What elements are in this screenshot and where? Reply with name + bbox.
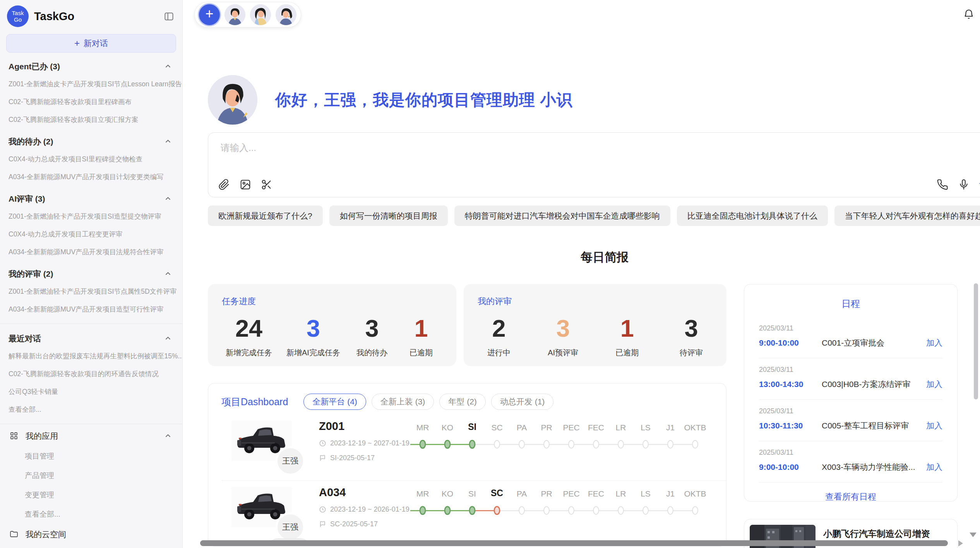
project-code[interactable]: Z001 (319, 420, 408, 433)
recent-chat-item[interactable]: 公司Q3轻卡销量 (0, 383, 182, 401)
milestone-dot[interactable] (667, 440, 673, 449)
recent-chat-item[interactable]: 解释最新出台的欧盟报废车法规再生塑料比例被调至15%... (0, 347, 182, 365)
image-icon[interactable] (240, 179, 252, 191)
stat-label: 进行中 (487, 348, 511, 358)
chevron-up-icon[interactable] (164, 62, 173, 71)
microphone-icon[interactable] (958, 179, 970, 191)
sidebar-task-item[interactable]: A034-全新新能源MUV产品开发项目造型可行性评审 (0, 300, 182, 318)
new-chat-button[interactable]: + 新对话 (6, 34, 176, 53)
attachment-icon[interactable] (218, 179, 230, 191)
project-dashboard-card: 项目Dashboard 全新平台 (4)全新上装 (3)年型 (2)动总开发 (… (208, 383, 726, 546)
sidebar-section-header[interactable]: 最近对话 (0, 325, 182, 347)
chevron-up-icon[interactable] (164, 432, 173, 441)
sidebar-task-item[interactable]: A034-全新新能源MUV产品开发项目法规符合性评审 (0, 243, 182, 261)
join-meeting-link[interactable]: 加入 (926, 420, 942, 431)
add-assistant-button[interactable]: + (199, 4, 220, 25)
dashboard-tab[interactable]: 全新上装 (3) (372, 394, 434, 410)
my-apps-subitem[interactable]: 查看全部... (0, 505, 182, 524)
dashboard-tab[interactable]: 年型 (2) (439, 394, 486, 410)
sidebar-item-my-apps[interactable]: 我的应用 (0, 426, 182, 447)
milestone-dot[interactable] (420, 440, 426, 449)
sidebar-task-item[interactable]: A034-全新新能源MUV产品开发项目计划变更类编写 (0, 168, 182, 186)
sidebar-task-item[interactable]: C0X4-动力总成开发项目工程变更评审 (0, 225, 182, 243)
join-meeting-link[interactable]: 加入 (926, 337, 942, 348)
milestone-dot[interactable] (519, 506, 525, 515)
milestone: LR (608, 420, 633, 453)
project-code[interactable]: A034 (319, 486, 408, 499)
suggestion-chip[interactable]: 特朗普可能对进口汽车增税会对中国车企造成哪些影响 (454, 206, 670, 226)
my-apps-subitem[interactable]: 产品管理 (0, 466, 182, 485)
milestone-dot[interactable] (692, 440, 698, 449)
my-apps-subitem[interactable]: 项目管理 (0, 447, 182, 466)
sidebar-task-item[interactable]: C02-飞腾新能源轻客改款项目里程碑画布 (0, 93, 182, 111)
chevron-up-icon[interactable] (164, 137, 173, 146)
milestone-dot[interactable] (618, 506, 624, 515)
sidebar-task-sections: Agent已办 (3)Z001-全新燃油皮卡产品开发项目SI节点Lesson L… (0, 53, 182, 318)
suggestion-chip[interactable]: 当下年轻人对汽车外观有怎样的喜好趋势 (834, 206, 980, 226)
scroll-down-arrow[interactable] (970, 533, 977, 537)
notification-bell-icon[interactable] (963, 9, 975, 21)
sidebar-task-item[interactable]: C02-飞腾新能源轻客改款项目立项汇报方案 (0, 111, 182, 128)
suggestion-chip[interactable]: 欧洲新规最近颁布了什么? (208, 206, 323, 226)
join-meeting-link[interactable]: 加入 (926, 462, 942, 473)
sidebar-section-header[interactable]: AI评审 (3) (0, 186, 182, 207)
view-all-schedule-link[interactable]: 查看所有日程 (759, 491, 942, 503)
scissors-icon[interactable] (261, 179, 273, 191)
sidebar-task-item[interactable]: Z001-全新燃油轻卡产品开发项目SI造型提交物评审 (0, 207, 182, 225)
scroll-right-arrow[interactable] (958, 540, 963, 546)
project-owner-avatar: 王强 (276, 512, 305, 542)
sidebar-task-item[interactable]: Z001-全新燃油皮卡产品开发项目SI节点Lesson Learn报告 (0, 75, 182, 93)
assistant-avatar-3[interactable] (276, 4, 296, 25)
chevron-up-icon[interactable] (164, 269, 173, 279)
vertical-scrollbar-thumb[interactable] (974, 283, 978, 399)
suggestion-chip[interactable]: 如何写一份清晰的项目周报 (329, 206, 448, 226)
assistant-avatar-1[interactable] (224, 4, 245, 25)
dashboard-tab[interactable]: 全新平台 (4) (303, 394, 366, 410)
milestone-dot[interactable] (469, 440, 476, 449)
horizontal-scrollbar-thumb[interactable] (200, 540, 948, 546)
chevron-up-icon[interactable] (164, 334, 173, 343)
milestone-dot[interactable] (543, 506, 550, 515)
collapse-sidebar-icon[interactable] (163, 10, 175, 22)
milestone-dot[interactable] (692, 506, 698, 515)
join-meeting-link[interactable]: 加入 (926, 379, 942, 390)
sidebar-section-header[interactable]: Agent已办 (3) (0, 53, 182, 75)
milestone-dot[interactable] (469, 506, 476, 515)
sidebar-item-cloud-space[interactable]: 我的云空间 (0, 524, 182, 545)
phone-icon[interactable] (937, 179, 949, 191)
milestone-dot[interactable] (444, 506, 451, 515)
milestone-dot[interactable] (667, 506, 673, 515)
milestone-dot[interactable] (543, 440, 550, 449)
sidebar-section-header[interactable]: 我的待办 (2) (0, 128, 182, 150)
milestone-dot[interactable] (642, 440, 649, 449)
sidebar-task-item[interactable]: C0X4-动力总成开发项目SI里程碑提交物检查 (0, 150, 182, 168)
milestone-dot[interactable] (568, 440, 574, 449)
assistant-avatar-2[interactable] (250, 4, 271, 25)
view-all-chats-link[interactable]: 查看全部... (0, 401, 182, 418)
chat-input[interactable] (220, 142, 759, 154)
recent-chat-item[interactable]: C02-飞腾新能源轻客改款项目的闭环通告反馈情况 (0, 365, 182, 383)
dashboard-tab[interactable]: 动总开发 (1) (491, 394, 554, 410)
stat-label: 待评审 (680, 348, 703, 358)
milestone-dot[interactable] (519, 440, 525, 449)
milestone-dot[interactable] (494, 506, 500, 515)
suggestion-chip[interactable]: 比亚迪全固态电池计划具体说了什么 (677, 206, 828, 226)
milestone-label: PR (541, 486, 552, 498)
dashboard-title: 项目Dashboard (221, 396, 288, 408)
milestone-dot[interactable] (593, 440, 599, 449)
clock-icon (319, 506, 327, 514)
sidebar-section-header[interactable]: 我的评审 (2) (0, 261, 182, 283)
milestone-dot[interactable] (444, 440, 451, 449)
sidebar-item-favorites[interactable]: 我的收藏 (0, 545, 182, 548)
milestone-dot[interactable] (618, 440, 624, 449)
sidebar-task-item[interactable]: Z001-全新燃油轻卡产品开发项目SI节点属性5D文件评审 (0, 283, 182, 300)
milestone-dot[interactable] (494, 440, 500, 449)
milestone-dot[interactable] (642, 506, 649, 515)
chevron-up-icon[interactable] (164, 194, 173, 204)
milestone: J1 (658, 486, 683, 519)
my-apps-subitem[interactable]: 变更管理 (0, 485, 182, 505)
milestone-dot[interactable] (568, 506, 574, 515)
milestone-label: OKTB (684, 486, 706, 498)
milestone-dot[interactable] (593, 506, 599, 515)
milestone-dot[interactable] (420, 506, 426, 515)
